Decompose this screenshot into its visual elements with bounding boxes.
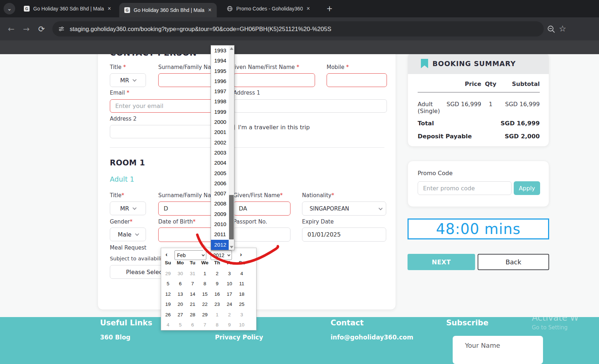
year-option-1993[interactable]: 1993 [211, 46, 229, 56]
calendar-day-24[interactable]: 24 [223, 299, 236, 310]
back-button[interactable]: Back [478, 254, 549, 270]
calendar-day-6[interactable]: 6 [174, 279, 186, 289]
calendar-day-15[interactable]: 15 [199, 289, 211, 299]
contact-mobile-input[interactable] [327, 73, 387, 87]
contact-title-select[interactable]: MR [110, 73, 146, 87]
calendar-day-12[interactable]: 12 [162, 289, 174, 299]
year-option-2007[interactable]: 2007 [211, 188, 229, 199]
calendar-day-30[interactable]: 30 [174, 268, 186, 279]
calendar-day-3[interactable]: 3 [223, 268, 236, 279]
calendar-next-button[interactable]: › [240, 251, 242, 258]
calendar-day-1[interactable]: 1 [199, 268, 211, 279]
room-title-select[interactable]: MR [110, 202, 146, 215]
calendar-day-8[interactable]: 8 [199, 279, 211, 289]
year-option-2004[interactable]: 2004 [211, 158, 229, 168]
calendar-day-8[interactable]: 8 [211, 320, 223, 330]
scrollbar-thumb[interactable] [229, 195, 234, 239]
nationality-select[interactable]: SINGAPOREAN [302, 202, 386, 216]
address-bar[interactable]: staging.goholiday360.com/booking?type=gr… [52, 21, 544, 36]
year-option-1995[interactable]: 1995 [211, 66, 229, 76]
calendar-day-18[interactable]: 18 [236, 289, 248, 299]
calendar-day-10[interactable]: 10 [223, 279, 236, 289]
calendar-day-21[interactable]: 21 [186, 299, 199, 310]
year-option-2012[interactable]: 2012 [211, 240, 229, 250]
year-option-1998[interactable]: 1998 [211, 96, 229, 107]
calendar-day-4[interactable]: 4 [162, 320, 174, 330]
scroll-up-icon[interactable] [229, 46, 234, 51]
year-option-2001[interactable]: 2001 [211, 127, 229, 137]
calendar-day-13[interactable]: 13 [174, 289, 186, 299]
calendar-day-25[interactable]: 25 [236, 299, 248, 310]
close-tab-icon[interactable]: × [306, 5, 310, 12]
calendar-day-2[interactable]: 2 [223, 309, 236, 320]
year-option-2006[interactable]: 2006 [211, 178, 229, 188]
tab-search-chevron-button[interactable]: ⌄ [4, 3, 15, 14]
calendar-year-select[interactable]: 2012 [211, 250, 232, 260]
year-option-1997[interactable]: 1997 [211, 86, 229, 96]
zoom-out-icon[interactable] [547, 25, 556, 34]
tab-2-active[interactable]: G Go Holiday 360 Sdn Bhd | Mala × [119, 3, 217, 17]
next-button[interactable]: NEXT [408, 254, 475, 270]
year-option-2002[interactable]: 2002 [211, 138, 229, 148]
calendar-day-3[interactable]: 3 [236, 309, 248, 320]
year-option-1999[interactable]: 1999 [211, 107, 229, 117]
calendar-day-2[interactable]: 2 [211, 268, 223, 279]
reload-icon[interactable]: ⟳ [35, 17, 48, 40]
calendar-day-9[interactable]: 9 [211, 279, 223, 289]
year-option-1994[interactable]: 1994 [211, 56, 229, 66]
calendar-day-31[interactable]: 31 [186, 268, 199, 279]
privacy-policy-link[interactable]: Privacy Policy [215, 334, 263, 341]
calendar-day-17[interactable]: 17 [223, 289, 236, 299]
calendar-day-29[interactable]: 29 [162, 268, 174, 279]
gender-select[interactable]: Male [110, 228, 146, 241]
tab-3[interactable]: Promo Codes - Goholiday360 × [222, 0, 318, 17]
calendar-day-22[interactable]: 22 [199, 299, 211, 310]
calendar-day-6[interactable]: 6 [186, 320, 199, 330]
calendar-day-7[interactable]: 7 [199, 320, 211, 330]
calendar-day-20[interactable]: 20 [174, 299, 186, 310]
calendar-day-4[interactable]: 4 [236, 268, 248, 279]
blog-link[interactable]: 360 Blog [100, 334, 130, 341]
calendar-day-29[interactable]: 29 [199, 309, 211, 320]
calendar-prev-button[interactable]: ‹ [165, 251, 168, 258]
promo-code-input[interactable] [418, 181, 512, 195]
year-option-2005[interactable]: 2005 [211, 168, 229, 178]
room-given-input[interactable] [233, 202, 290, 216]
dropdown-scrollbar[interactable] [229, 46, 234, 250]
bookmark-star-icon[interactable]: ☆ [556, 17, 569, 40]
close-tab-icon[interactable]: × [108, 5, 111, 12]
year-option-2011[interactable]: 2011 [211, 229, 229, 239]
year-option-1996[interactable]: 1996 [211, 76, 229, 86]
calendar-day-19[interactable]: 19 [162, 299, 174, 310]
calendar-day-16[interactable]: 16 [211, 289, 223, 299]
year-option-2003[interactable]: 2003 [211, 148, 229, 158]
calendar-day-9[interactable]: 9 [223, 320, 236, 330]
calendar-month-select[interactable]: Feb [174, 250, 206, 260]
calendar-day-7[interactable]: 7 [186, 279, 199, 289]
year-option-2009[interactable]: 2009 [211, 209, 229, 219]
calendar-day-26[interactable]: 26 [162, 309, 174, 320]
passport-input[interactable] [233, 228, 290, 242]
close-tab-icon[interactable]: × [208, 7, 211, 13]
new-tab-button[interactable]: + [324, 4, 335, 14]
contact-given-name-input[interactable] [233, 73, 315, 87]
calendar-day-10[interactable]: 10 [236, 320, 248, 330]
forward-icon[interactable]: → [20, 17, 33, 40]
calendar-day-28[interactable]: 28 [186, 309, 199, 320]
address1-input[interactable] [233, 99, 387, 113]
calendar-day-11[interactable]: 11 [236, 279, 248, 289]
expiry-input[interactable] [302, 228, 386, 242]
calendar-day-14[interactable]: 14 [186, 289, 199, 299]
calendar-day-1[interactable]: 1 [211, 309, 223, 320]
year-option-2000[interactable]: 2000 [211, 117, 229, 127]
calendar-day-5[interactable]: 5 [174, 320, 186, 330]
subscribe-name-input[interactable]: Your Name [453, 336, 543, 364]
apply-button[interactable]: Apply [514, 181, 540, 195]
contact-email-link[interactable]: info@goholiday360.com [331, 334, 413, 341]
scroll-down-icon[interactable] [229, 244, 234, 250]
back-icon[interactable]: ← [5, 17, 17, 40]
calendar-day-5[interactable]: 5 [162, 279, 174, 289]
year-option-2010[interactable]: 2010 [211, 219, 229, 229]
calendar-day-23[interactable]: 23 [211, 299, 223, 310]
calendar-day-27[interactable]: 27 [174, 309, 186, 320]
